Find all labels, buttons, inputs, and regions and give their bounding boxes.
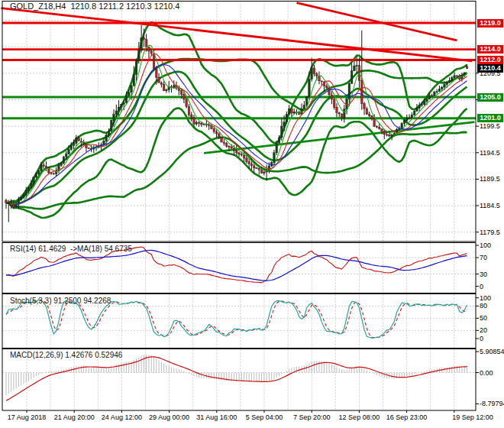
stochastic-panel[interactable]	[6, 300, 467, 339]
mt4-chart-window: GOLD_Z18,H4 1210.8 1211.2 1210.3 1210.4 …	[0, 0, 504, 428]
macd-histogram	[6, 355, 467, 396]
moving-averages	[11, 45, 467, 204]
main-price-panel[interactable]	[1, 3, 476, 222]
macd-panel[interactable]	[6, 355, 467, 401]
horizontal-levels	[2, 23, 476, 118]
rsi-panel[interactable]	[6, 247, 467, 283]
chart-canvas[interactable]	[0, 0, 504, 428]
bollinger-bands	[6, 22, 467, 218]
